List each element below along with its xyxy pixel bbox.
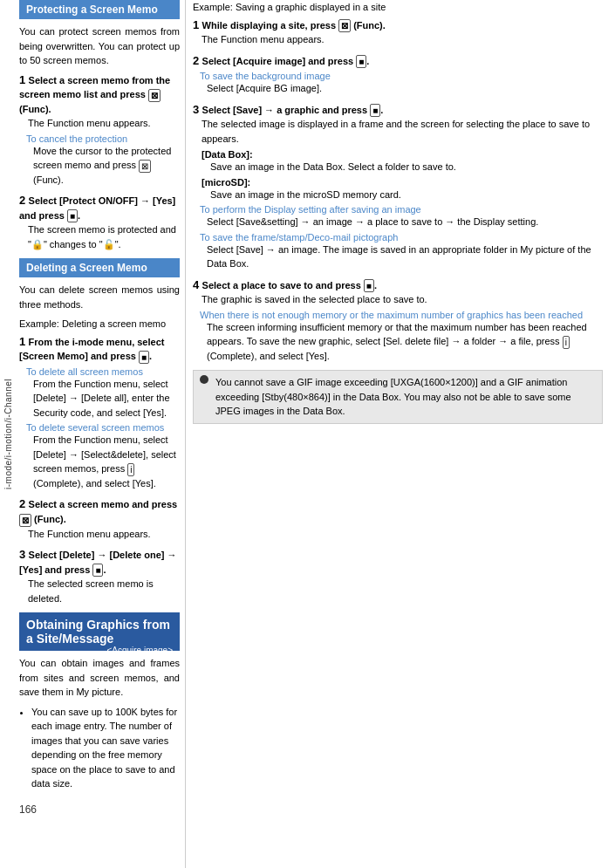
display-setting-sub: To perform the Display setting after sav… xyxy=(193,204,603,229)
frame-stamp-title: To save the frame/stamp/Deco-mail pictog… xyxy=(200,232,603,243)
protect-step-1-text: 1 Select a screen memo from the screen m… xyxy=(19,73,180,117)
right-step-3-text: 3 Select [Save] → a graphic and press ■. xyxy=(193,103,603,118)
func-key-1: ⊠ xyxy=(148,89,161,102)
right-step-4-text: 4 Select a place to save to and press ■. xyxy=(193,278,603,293)
enter-key-d3: ■ xyxy=(92,564,103,577)
save-bg-desc: Select [Acquire BG image]. xyxy=(200,81,603,96)
deleting-header: Deleting a Screen Memo xyxy=(19,258,180,277)
protect-step-2-text: 2 Select [Protect ON/OFF] → [Yes] and pr… xyxy=(19,194,180,222)
data-box-desc: Save an image in the Data Box. Select a … xyxy=(202,160,603,174)
delete-all-sub: To delete all screen memos From the Func… xyxy=(19,366,180,420)
obtaining-header: Obtaining Graphics from a Site/Message <… xyxy=(19,612,180,651)
enter-key-r2: ■ xyxy=(356,55,366,68)
right-step-3-desc: The selected image is displayed in a fra… xyxy=(193,117,603,146)
note-bullet xyxy=(200,375,208,384)
sidebar: i-mode/i-motion/i-Channel xyxy=(0,0,16,868)
enter-key-2: ■ xyxy=(67,209,78,222)
bullet-item-1: You can save up to 100K bytes for each i… xyxy=(31,705,180,791)
delete-step-2: 2 Select a screen memo and press ⊠ (Func… xyxy=(19,497,180,541)
func-key-cancel: ⊠ xyxy=(139,160,151,173)
enter-key-d1: ■ xyxy=(139,351,149,364)
microsd-desc: Save an image in the microSD memory card… xyxy=(202,188,603,202)
func-key-r1: ⊠ xyxy=(338,19,351,32)
protect-step-2-desc: The screen memo is protected and "🔒" cha… xyxy=(19,222,180,251)
delete-all-desc: From the Function menu, select [Delete] … xyxy=(26,377,180,420)
obtaining-intro: You can obtain images and frames from si… xyxy=(19,656,180,700)
not-enough-memory-sub: When there is not enough memory or the m… xyxy=(193,310,603,364)
delete-step-3: 3 Select [Delete] → [Delete one] → [Yes]… xyxy=(19,548,180,605)
data-box-label: [Data Box]: xyxy=(202,149,603,160)
protect-step-1: 1 Select a screen memo from the screen m… xyxy=(19,73,180,188)
delete-all-title: To delete all screen memos xyxy=(26,366,180,377)
right-step-4-desc: The graphic is saved in the selected pla… xyxy=(193,292,603,307)
frame-stamp-desc: Select [Save] → an image. The image is s… xyxy=(200,243,603,271)
protecting-header: Protecting a Screen Memo xyxy=(19,0,180,19)
page-footer: 166 xyxy=(19,796,180,816)
right-step-1-text: 1 While displaying a site, press ⊠ (Func… xyxy=(193,18,603,33)
not-enough-memory-desc: The screen informing insufficient memory… xyxy=(200,320,603,364)
right-step-2: 2 Select [Acquire image] and press ■. To… xyxy=(193,54,603,96)
microsd-label: [microSD]: xyxy=(202,177,603,188)
right-step-2-text: 2 Select [Acquire image] and press ■. xyxy=(193,54,603,69)
i-key-d1: i xyxy=(127,463,134,476)
enter-key-r3: ■ xyxy=(370,104,380,117)
note-box: You cannot save a GIF image exceeding [U… xyxy=(193,370,603,424)
delete-several-desc: From the Function menu, select [Delete] … xyxy=(26,433,180,490)
obtaining-bullets: You can save up to 100K bytes for each i… xyxy=(19,705,180,791)
save-bg-sub: To save the background image Select [Acq… xyxy=(193,71,603,96)
sidebar-label: i-mode/i-motion/i-Channel xyxy=(3,379,13,489)
right-step-3: 3 Select [Save] → a graphic and press ■.… xyxy=(193,103,603,271)
right-step-1-desc: The Function menu appears. xyxy=(193,32,603,47)
right-example-text: Example: Saving a graphic displayed in a… xyxy=(193,0,603,15)
right-step-4: 4 Select a place to save to and press ■.… xyxy=(193,278,603,364)
not-enough-memory-title: When there is not enough memory or the m… xyxy=(200,310,603,320)
page-number: 166 xyxy=(19,800,37,816)
save-bg-title: To save the background image xyxy=(200,71,603,81)
display-setting-desc: Select [Save&setting] → an image → a pla… xyxy=(200,215,603,229)
delete-step-1-text: 1 From the i-mode menu, select [Screen M… xyxy=(19,335,180,364)
protect-step-2: 2 Select [Protect ON/OFF] → [Yes] and pr… xyxy=(19,194,180,251)
delete-step-3-text: 3 Select [Delete] → [Delete one] → [Yes]… xyxy=(19,548,180,577)
delete-step-2-text: 2 Select a screen memo and press ⊠ (Func… xyxy=(19,497,180,526)
protecting-intro: You can protect screen memos from being … xyxy=(19,24,180,68)
func-key-d2: ⊠ xyxy=(19,514,31,527)
note-text: You cannot save a GIF image exceeding [U… xyxy=(215,375,596,419)
deleting-example: Example: Deleting a screen memo xyxy=(19,317,180,331)
frame-stamp-sub: To save the frame/stamp/Deco-mail pictog… xyxy=(193,232,603,271)
right-step-1: 1 While displaying a site, press ⊠ (Func… xyxy=(193,18,603,47)
delete-step-3-desc: The selected screen memo is deleted. xyxy=(19,577,180,605)
obtain-sub-header: <Acquire image> xyxy=(106,646,173,655)
protect-step-1-desc: The Function menu appears. xyxy=(19,116,180,131)
cancel-protection-desc: Move the cursor to the protected screen … xyxy=(26,144,180,188)
delete-several-sub: To delete several screen memos From the … xyxy=(19,422,180,490)
main-content: Protecting a Screen Memo You can protect… xyxy=(16,0,608,868)
right-column: Example: Saving a graphic displayed in a… xyxy=(186,0,608,868)
cancel-protection-title: To cancel the protection xyxy=(26,133,180,144)
deleting-intro: You can delete screen memos using three … xyxy=(19,283,180,311)
enter-key-r4: ■ xyxy=(364,279,374,292)
note-content: You cannot save a GIF image exceeding [U… xyxy=(200,375,596,419)
left-column: Protecting a Screen Memo You can protect… xyxy=(16,0,186,868)
delete-step-2-desc: The Function menu appears. xyxy=(19,527,180,542)
delete-several-title: To delete several screen memos xyxy=(26,422,180,433)
data-box-block: [Data Box]: Save an image in the Data Bo… xyxy=(193,149,603,202)
i-key-r4: i xyxy=(563,336,570,349)
delete-step-1: 1 From the i-mode menu, select [Screen M… xyxy=(19,335,180,491)
display-setting-title: To perform the Display setting after sav… xyxy=(200,204,603,215)
protect-step-1-sub: To cancel the protection Move the cursor… xyxy=(19,133,180,188)
